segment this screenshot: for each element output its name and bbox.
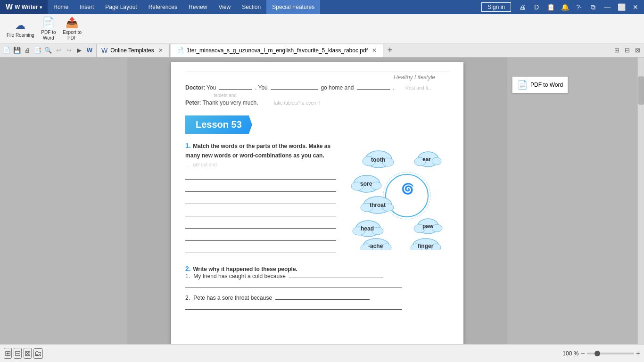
ex1-text: Match the words or the parts of the word… bbox=[185, 143, 330, 159]
fill-line-2a bbox=[275, 299, 370, 300]
ex2-item-1: 1. My friend has caught a cold because bbox=[185, 273, 449, 288]
right-margin: 📄 PDF to Word bbox=[507, 58, 644, 344]
tb-icon-5[interactable]: 🔍 bbox=[43, 46, 53, 55]
faded-line-2: tablets and bbox=[185, 92, 449, 99]
ex2-item-2-text: Pete has a sore throat because bbox=[193, 295, 273, 301]
status-icon-4[interactable]: 🗂 bbox=[33, 348, 43, 359]
nav-section[interactable]: Section bbox=[236, 0, 266, 14]
pdf-tab-icon: 📄 bbox=[176, 47, 184, 54]
file-roaming-button[interactable]: ☁ File Roaming bbox=[4, 16, 37, 42]
help-button[interactable]: ?· bbox=[572, 1, 586, 13]
restore-button[interactable]: ⧉ bbox=[586, 1, 600, 13]
tb-icon-2[interactable]: 💾 bbox=[12, 46, 22, 55]
exercise-1: 1. Match the words or the parts of the w… bbox=[185, 141, 449, 257]
scrollbar-vertical[interactable] bbox=[637, 58, 644, 344]
tb-redo[interactable]: ↪ bbox=[64, 46, 74, 55]
content-area: Healthy Lifestyle Doctor: You . You go h… bbox=[0, 58, 644, 344]
close-button[interactable]: ✕ bbox=[629, 1, 642, 13]
tab-bar-right: ⊞ ⊟ ⊠ bbox=[612, 46, 644, 55]
nav-view[interactable]: View bbox=[213, 0, 236, 14]
word-cloud: 🌀 tooth ear bbox=[346, 141, 449, 250]
svg-text:🌀: 🌀 bbox=[401, 182, 414, 195]
status-icon-3[interactable]: ⊠ bbox=[24, 348, 32, 359]
svg-text:ear: ear bbox=[422, 156, 431, 163]
exercise-2: 2. Write why it happened to these people… bbox=[185, 264, 449, 310]
zoom-out-button[interactable]: − bbox=[580, 349, 585, 358]
ex1-num: 1. bbox=[185, 142, 191, 149]
answer-line-2 bbox=[185, 183, 336, 192]
tab-bar: 📄 💾 🖨 📑 🔍 ↩ ↪ ▶ W W Online Templates ✕ 📄… bbox=[0, 43, 644, 58]
tab-pdf[interactable]: 📄 1ter_minasova_s_g_uzunova_l_m_english_… bbox=[171, 44, 383, 57]
pdf-icon: 📄 bbox=[517, 80, 528, 90]
tab-settings-button[interactable]: ⊠ bbox=[633, 46, 642, 55]
svg-text:head: head bbox=[361, 225, 374, 232]
fill-line-1b bbox=[185, 281, 402, 288]
tab-list-button[interactable]: ⊞ bbox=[612, 46, 621, 55]
toolbar-icon-1[interactable]: 🖨 bbox=[516, 1, 529, 13]
nav-page-layout[interactable]: Page Layout bbox=[99, 0, 142, 14]
nav-review[interactable]: Review bbox=[183, 0, 213, 14]
export-pdf-label: Export toPDF bbox=[63, 30, 82, 41]
blank-3 bbox=[357, 89, 390, 90]
doctor-period: . bbox=[391, 84, 395, 91]
zoom-slider[interactable] bbox=[587, 353, 634, 354]
tab-online-templates[interactable]: W Online Templates ✕ bbox=[96, 44, 170, 57]
sign-in-button[interactable]: Sign in bbox=[481, 2, 511, 12]
minimize-button[interactable]: — bbox=[601, 1, 614, 13]
nav-special-features[interactable]: Special Features bbox=[266, 0, 320, 14]
ribbon: ☁ File Roaming 📄 PDF toWord 📤 Export toP… bbox=[0, 14, 644, 43]
app-button[interactable]: W W Writer ▾ bbox=[0, 0, 48, 14]
tb-icon-w[interactable]: W bbox=[85, 46, 94, 55]
pdf-to-word-label: PDF toWord bbox=[41, 30, 56, 41]
tb-icon-3[interactable]: 🖨 bbox=[23, 46, 32, 55]
tab-pdf-close[interactable]: ✕ bbox=[371, 47, 378, 54]
peter-text: : Thank you very much. bbox=[199, 99, 258, 106]
svg-text:sore: sore bbox=[360, 181, 372, 187]
maximize-button[interactable]: ⬜ bbox=[615, 1, 628, 13]
tb-icon-6[interactable]: ▶ bbox=[74, 46, 84, 55]
pdf-to-word-button[interactable]: 📄 PDF toWord bbox=[37, 16, 60, 42]
zoom-in-button[interactable]: + bbox=[636, 349, 640, 358]
ex1-header: 1. Match the words or the parts of the w… bbox=[185, 141, 336, 160]
ribbon-group-main: ☁ File Roaming 📄 PDF toWord 📤 Export toP… bbox=[2, 16, 86, 42]
left-margin bbox=[0, 58, 127, 344]
title-controls: Sign in 🖨 D 📋 🔔 ?· ⧉ — ⬜ ✕ bbox=[481, 1, 644, 13]
toolbar-icon-4[interactable]: 🔔 bbox=[558, 1, 571, 13]
tab-pdf-label: 1ter_minasova_s_g_uzunova_l_m_english_fa… bbox=[187, 47, 368, 54]
export-to-pdf-button[interactable]: 📤 Export toPDF bbox=[60, 16, 84, 42]
doctor-go: go home and bbox=[319, 84, 355, 91]
tab-online-templates-label: Online Templates bbox=[110, 47, 154, 54]
pdf-to-word-panel-label: PDF to Word bbox=[530, 82, 563, 88]
status-zoom: 100 % − + bbox=[562, 349, 640, 358]
answer-line-6 bbox=[185, 232, 336, 241]
app-logo: W bbox=[6, 3, 13, 11]
pdf-to-word-panel-button[interactable]: 📄 PDF to Word bbox=[512, 76, 568, 93]
new-tab-button[interactable]: + bbox=[384, 45, 396, 56]
tab-layout-button[interactable]: ⊟ bbox=[622, 46, 632, 55]
svg-text:-ache: -ache bbox=[368, 243, 383, 249]
nav-insert[interactable]: Insert bbox=[74, 0, 99, 14]
answer-line-5 bbox=[185, 220, 336, 229]
tb-icon-4[interactable]: 📑 bbox=[33, 46, 42, 55]
exercise-1-right: 🌀 tooth ear bbox=[346, 141, 449, 257]
online-templates-icon: W bbox=[101, 47, 107, 54]
toolbar-icon-2[interactable]: D bbox=[530, 1, 543, 13]
peter-line: Peter: Thank you very much. take tablets… bbox=[185, 99, 449, 106]
tb-icon-1[interactable]: 📄 bbox=[2, 46, 11, 55]
status-icon-1[interactable]: ⊞ bbox=[4, 348, 12, 359]
ex2-text: Write why it happened to these people. bbox=[193, 266, 297, 272]
status-icon-2[interactable]: ⊟ bbox=[14, 348, 22, 359]
tb-undo[interactable]: ↩ bbox=[54, 46, 63, 55]
toolbar-icon-3[interactable]: 📋 bbox=[544, 1, 557, 13]
faded-text-3: take tablets? a even if bbox=[274, 100, 320, 106]
blank-2 bbox=[271, 89, 318, 90]
nav-home[interactable]: Home bbox=[48, 0, 74, 14]
peter-label: Peter bbox=[185, 99, 199, 106]
tab-online-templates-close[interactable]: ✕ bbox=[157, 47, 165, 54]
page-title: Healthy Lifestyle bbox=[394, 74, 435, 81]
fill-line-1a bbox=[289, 278, 383, 278]
faded-text-2: tablets and bbox=[214, 93, 237, 98]
scrollbar-thumb[interactable] bbox=[638, 76, 644, 105]
doctor-mid: . You bbox=[254, 84, 269, 91]
nav-references[interactable]: References bbox=[143, 0, 183, 14]
